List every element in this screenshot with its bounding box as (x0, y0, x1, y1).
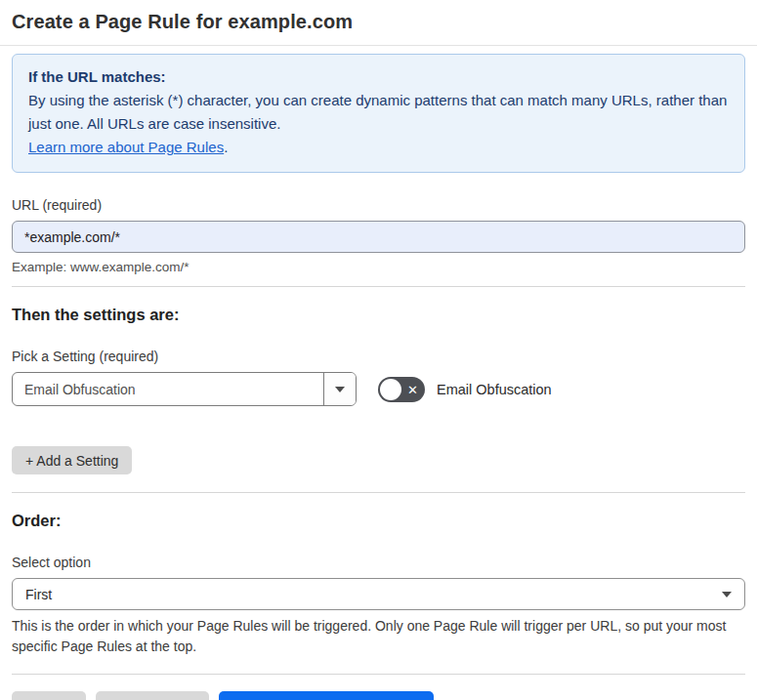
footer-actions: Cancel Save as Draft Save and Deploy Pag… (12, 691, 745, 700)
toggle-label: Email Obfuscation (437, 382, 552, 397)
page-title: Create a Page Rule for example.com (0, 0, 757, 45)
settings-section-heading: Then the settings are: (12, 306, 745, 324)
chevron-down-icon (722, 592, 732, 597)
url-matches-info-box: If the URL matches: By using the asteris… (12, 54, 745, 173)
order-section-heading: Order: (12, 512, 745, 530)
order-select-label: Select option (12, 555, 745, 570)
setting-dropdown-arrow-button[interactable] (323, 373, 356, 405)
url-field-label: URL (required) (12, 197, 745, 213)
info-box-heading: If the URL matches: (28, 65, 729, 89)
add-setting-button[interactable]: + Add a Setting (12, 446, 132, 474)
setting-row: Email Obfuscation ✕ Email Obfuscation (12, 372, 745, 406)
setting-dropdown-value: Email Obfuscation (13, 373, 323, 405)
url-example-text: Example: www.example.com/* (12, 260, 745, 274)
section-divider (12, 286, 745, 287)
toggle-off-x-icon: ✕ (407, 383, 418, 395)
info-box-link-line: Learn more about Page Rules. (28, 136, 729, 159)
chevron-down-icon (335, 387, 345, 392)
order-select[interactable]: First (12, 578, 745, 610)
url-input[interactable] (12, 221, 745, 253)
save-and-deploy-button[interactable]: Save and Deploy Page Rule (219, 691, 434, 700)
section-divider (12, 492, 745, 493)
footer-divider (12, 674, 745, 675)
order-select-value: First (25, 587, 52, 602)
info-box-body: By using the asterisk (*) character, you… (28, 89, 729, 136)
title-divider (0, 45, 757, 46)
toggle-knob (380, 379, 401, 400)
learn-more-link[interactable]: Learn more about Page Rules (28, 139, 224, 155)
setting-dropdown[interactable]: Email Obfuscation (12, 372, 357, 406)
email-obfuscation-toggle[interactable]: ✕ (378, 377, 425, 402)
link-suffix: . (224, 139, 228, 155)
pick-setting-label: Pick a Setting (required) (12, 349, 745, 364)
cancel-button[interactable]: Cancel (12, 691, 86, 700)
order-description: This is the order in which your Page Rul… (12, 616, 739, 657)
save-as-draft-button[interactable]: Save as Draft (96, 691, 209, 700)
